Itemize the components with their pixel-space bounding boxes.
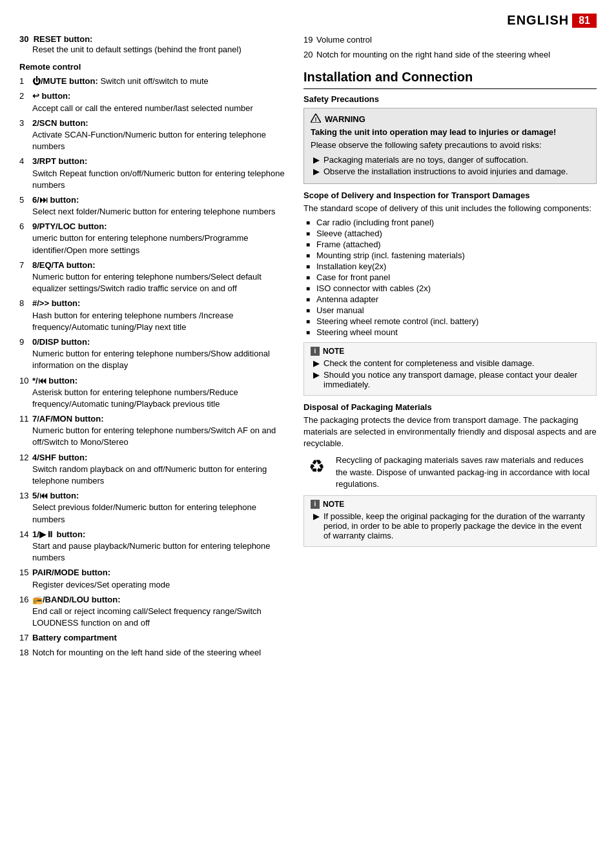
list-item: ■ Antenna adapter xyxy=(303,294,597,304)
list-item: ■ Installation key(2x) xyxy=(303,261,597,271)
safety-title: Safety Precautions xyxy=(303,94,597,104)
list-item: ■ Frame (attached) xyxy=(303,240,597,249)
item-label: PAIR/MODE button: xyxy=(32,568,110,577)
item-num: 17 xyxy=(19,632,32,644)
item-desc: 4/SHF button:Switch random playback on a… xyxy=(32,452,291,487)
item-desc: Notch for mounting on the left hand side… xyxy=(32,647,291,659)
list-item: 16 📻/BAND/LOU button:End call or reject … xyxy=(19,594,291,630)
note-item-2: ▶ Should you notice any transport damage… xyxy=(311,370,590,389)
item-label: 3/RPT button: xyxy=(32,156,87,166)
item-30: 30 RESET button: Reset the unit to defau… xyxy=(19,34,291,56)
scope-item-text: Steering wheel mount xyxy=(316,327,398,337)
left-column: 30 RESET button: Reset the unit to defau… xyxy=(19,34,291,662)
list-item: 9 0/DISP button:Numeric button for enter… xyxy=(19,336,291,372)
list-item: 3 2/SCN button:Activate SCAN-Function/Nu… xyxy=(19,118,291,153)
item-desc: ⏻/MUTE button: Switch unit off/switch to… xyxy=(32,76,291,87)
bullet-icon: ■ xyxy=(306,241,314,248)
page-number: 81 xyxy=(572,14,597,28)
scope-items-list: ■ Car radio (including front panel) ■ Sl… xyxy=(303,218,597,337)
item-label: 0/DISP button: xyxy=(32,337,90,347)
note-icon: i xyxy=(311,500,320,509)
bullet-icon: ■ xyxy=(306,263,314,270)
scope-item-text: User manual xyxy=(316,305,364,315)
item-num: 20 xyxy=(303,49,316,61)
item-desc: 6/⏭ button:Select next folder/Numeric bu… xyxy=(32,194,291,218)
item-30-label: RESET button: xyxy=(34,34,93,44)
item-desc: Volume control xyxy=(316,34,597,46)
item-num: 5 xyxy=(19,194,32,218)
item-desc: Battery compartment xyxy=(32,632,291,644)
recycle-text: Recycling of packaging materials saves r… xyxy=(336,455,597,490)
list-item: 8 #/>> button:Hash button for entering t… xyxy=(19,298,291,333)
item-label: 4/SHF button: xyxy=(32,453,87,462)
item-label: 9/PTY/LOC button: xyxy=(32,221,107,231)
item-num: 2 xyxy=(19,90,32,114)
main-content: 30 RESET button: Reset the unit to defau… xyxy=(19,34,597,662)
scope-item-text: Steering wheel remote control (incl. bat… xyxy=(316,316,478,326)
list-item: ■ Car radio (including front panel) xyxy=(303,218,597,227)
scope-item-text: Antenna adapter xyxy=(316,294,378,304)
item-num: 9 xyxy=(19,336,32,372)
scope-item-text: Sleeve (attached) xyxy=(316,229,382,238)
item-label: 7/AF/MON button: xyxy=(32,414,103,424)
item-desc: #/>> button:Hash button for entering tel… xyxy=(32,298,291,333)
note-box-1: i NOTE ▶ Check the content for completen… xyxy=(303,342,597,396)
list-item: 7 8/EQ/TA button:Numeric button for ente… xyxy=(19,260,291,295)
list-item: 17 Battery compartment xyxy=(19,632,291,644)
item-label: 5/⏮ button: xyxy=(32,491,79,500)
scope-item-text: Installation key(2x) xyxy=(316,261,386,271)
list-item: 11 7/AF/MON button:Numeric button for en… xyxy=(19,413,291,449)
warning-box: ! WARNING Taking the unit into operation… xyxy=(303,108,597,183)
note-icon: i xyxy=(311,347,320,356)
note2-item-1: ▶ If possible, keep the original packagi… xyxy=(311,511,590,540)
item-num: 13 xyxy=(19,490,32,526)
item-label: 6/⏭ button: xyxy=(32,195,79,205)
top-items: 19 Volume control 20 Notch for mounting … xyxy=(303,34,597,61)
item-num: 19 xyxy=(303,34,316,46)
item-label: 8/EQ/TA button: xyxy=(32,260,95,270)
item-desc: 2/SCN button:Activate SCAN-Function/Nume… xyxy=(32,118,291,153)
warning-bold-text: Taking the unit into operation may lead … xyxy=(311,127,590,137)
bullet-icon: ■ xyxy=(306,230,314,237)
section-divider xyxy=(303,88,597,89)
item-desc: 📻/BAND/LOU button:End call or reject inc… xyxy=(32,594,291,630)
item-num: 15 xyxy=(19,567,32,590)
scope-intro: The standard scope of delivery of this u… xyxy=(303,203,597,214)
list-item: 13 5/⏮ button:Select previous folder/Num… xyxy=(19,490,291,526)
arrow-icon: ▶ xyxy=(313,167,323,176)
list-item: ■ Steering wheel mount xyxy=(303,327,597,337)
warning-item-text: Packaging materials are no toys, danger … xyxy=(323,155,528,165)
list-item: ■ Sleeve (attached) xyxy=(303,229,597,238)
right-column: 19 Volume control 20 Notch for mounting … xyxy=(303,34,597,662)
list-item: ■ Case for front panel xyxy=(303,272,597,282)
item-label: ↩ button: xyxy=(32,91,70,101)
list-item: 4 3/RPT button:Switch Repeat function on… xyxy=(19,156,291,191)
item-label: ⏻/MUTE button: xyxy=(32,76,98,86)
list-item: ■ ISO connector with cables (2x) xyxy=(303,283,597,293)
disposal-title: Disposal of Packaging Materials xyxy=(303,402,597,412)
item-desc: 5/⏮ button:Select previous folder/Numeri… xyxy=(32,490,291,526)
item-num: 10 xyxy=(19,375,32,411)
item-label: 2/SCN button: xyxy=(32,118,88,128)
item-num: 11 xyxy=(19,413,32,449)
item-desc: 1/▶⏸ button:Start and pause playback/Num… xyxy=(32,529,291,564)
item-desc: */⏮ button:Asterisk button for entering … xyxy=(32,375,291,411)
disposal-text: The packaging protects the device from t… xyxy=(303,415,597,450)
scope-title: Scope of Delivery and Inspection for Tra… xyxy=(303,190,597,200)
recycle-block: ♻ Recycling of packaging materials saves… xyxy=(303,455,597,490)
warning-item-1: ▶ Packaging materials are no toys, dange… xyxy=(311,155,590,165)
item-num: 8 xyxy=(19,298,32,333)
item-num: 12 xyxy=(19,452,32,487)
scope-item-text: ISO connector with cables (2x) xyxy=(316,283,431,293)
remote-control-title: Remote control xyxy=(19,62,291,72)
item-desc: 3/RPT button:Switch Repeat function on/o… xyxy=(32,156,291,191)
bullet-icon: ■ xyxy=(306,329,314,336)
list-item: ■ Steering wheel remote control (incl. b… xyxy=(303,316,597,326)
note-label: NOTE xyxy=(323,347,344,356)
item-label: #/>> button: xyxy=(32,298,80,308)
warning-header: ! WARNING xyxy=(311,114,590,125)
language-label: ENGLISH xyxy=(507,13,569,28)
item-30-desc: Reset the unit to default settings (behi… xyxy=(32,44,291,56)
note-item-text: If possible, keep the original packaging… xyxy=(323,511,590,540)
list-item: 19 Volume control xyxy=(303,34,597,46)
